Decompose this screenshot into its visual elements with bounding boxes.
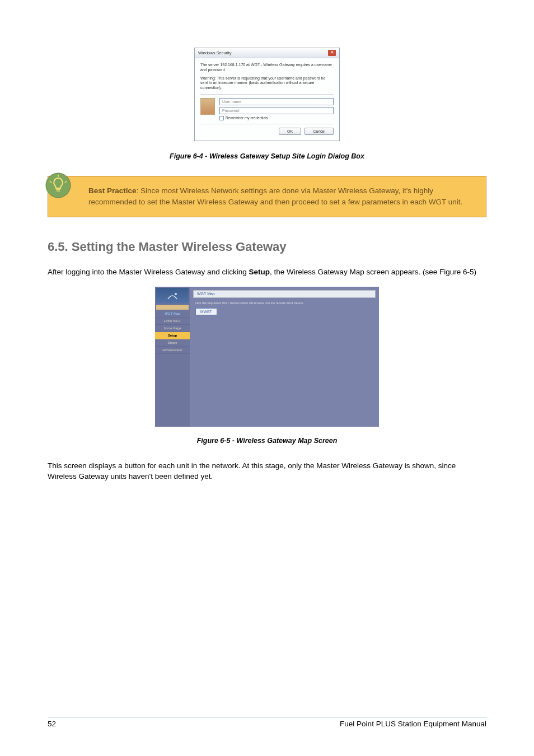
username-input[interactable]: User name: [219, 98, 334, 105]
para1-b: , the Wireless Gateway Map screen appear…: [270, 268, 476, 276]
dialog-message-2: Warning: This server is requesting that …: [200, 76, 334, 91]
wgt-screen: WGT Map Local WGT home Page Setup Status…: [155, 287, 379, 427]
dialog-message-1: The server 192.168.1.170 at WGT - Wirele…: [200, 63, 334, 73]
sidebar-item-local-wgt[interactable]: Local WGT: [155, 318, 190, 325]
callout-rest: : Since most Wireless Network settings a…: [88, 186, 462, 206]
password-input[interactable]: Password: [219, 107, 334, 114]
avatar-icon: [200, 98, 215, 115]
page-footer: 52 Fuel Point PLUS Station Equipment Man…: [48, 717, 486, 728]
sidebar-brand-strip: [156, 305, 189, 310]
wgt-sidebar: WGT Map Local WGT home Page Setup Status…: [155, 287, 190, 427]
credentials-row: User name Password Remember my credentia…: [200, 98, 334, 120]
windows-security-dialog: Windows Security ✕ The server 192.168.1.…: [194, 48, 340, 141]
wgt-panel-title: WGT Map: [193, 290, 376, 298]
wgt-subtext: click the requested WGT device button wi…: [195, 301, 376, 305]
paragraph-description: This screen displays a button for each u…: [48, 460, 486, 482]
divider: [200, 94, 334, 95]
login-dialog-figure: Windows Security ✕ The server 192.168.1.…: [48, 48, 486, 141]
wgt-map-figure: WGT Map Local WGT home Page Setup Status…: [48, 287, 486, 427]
callout-body: Best Practice: Since most Wireless Netwo…: [48, 176, 486, 218]
lightbulb-icon: [45, 172, 71, 198]
page-number: 52: [48, 720, 56, 728]
callout-bold-label: Best Practice: [88, 186, 137, 195]
callout-text: Best Practice: Since most Wireless Netwo…: [88, 186, 462, 206]
sidebar-item-administrator[interactable]: Administrator: [155, 347, 190, 354]
close-icon[interactable]: ✕: [328, 50, 336, 56]
remember-row[interactable]: Remember my credentials: [219, 116, 334, 120]
svg-point-6: [175, 293, 177, 295]
remember-checkbox[interactable]: [219, 116, 224, 120]
remember-label: Remember my credentials: [226, 116, 268, 120]
section-heading: 6.5. Setting the Master Wireless Gateway: [48, 240, 486, 254]
dialog-titlebar: Windows Security ✕: [195, 48, 339, 58]
sidebar-item-setup[interactable]: Setup: [155, 332, 190, 339]
dialog-body: The server 192.168.1.170 at WGT - Wirele…: [195, 58, 339, 124]
para1-bold: Setup: [249, 268, 270, 276]
cancel-button[interactable]: Cancel: [305, 128, 334, 135]
sidebar-item-status[interactable]: Status: [155, 339, 190, 347]
mwgt-button[interactable]: MWGT: [195, 308, 217, 315]
sidebar-item-home-page[interactable]: home Page: [155, 325, 190, 332]
wgt-main-panel: WGT Map click the requested WGT device b…: [190, 287, 379, 427]
figure-6-5-caption: Figure 6-5 - Wireless Gateway Map Screen: [48, 437, 486, 445]
figure-6-4-caption: Figure 6-4 - Wireless Gateway Setup Site…: [48, 152, 486, 160]
dialog-buttons: OK Cancel: [195, 124, 339, 141]
ok-button[interactable]: OK: [279, 128, 301, 135]
sidebar-item-wgt-map[interactable]: WGT Map: [155, 310, 190, 318]
wgt-logo: [156, 288, 189, 304]
credential-fields: User name Password Remember my credentia…: [219, 98, 334, 120]
best-practice-callout: Best Practice: Since most Wireless Netwo…: [48, 176, 486, 218]
footer-title: Fuel Point PLUS Station Equipment Manual: [340, 720, 486, 728]
para1-a: After logging into the Master Wireless G…: [48, 268, 249, 276]
paragraph-intro: After logging into the Master Wireless G…: [48, 267, 486, 278]
dialog-title-text: Windows Security: [198, 50, 232, 55]
